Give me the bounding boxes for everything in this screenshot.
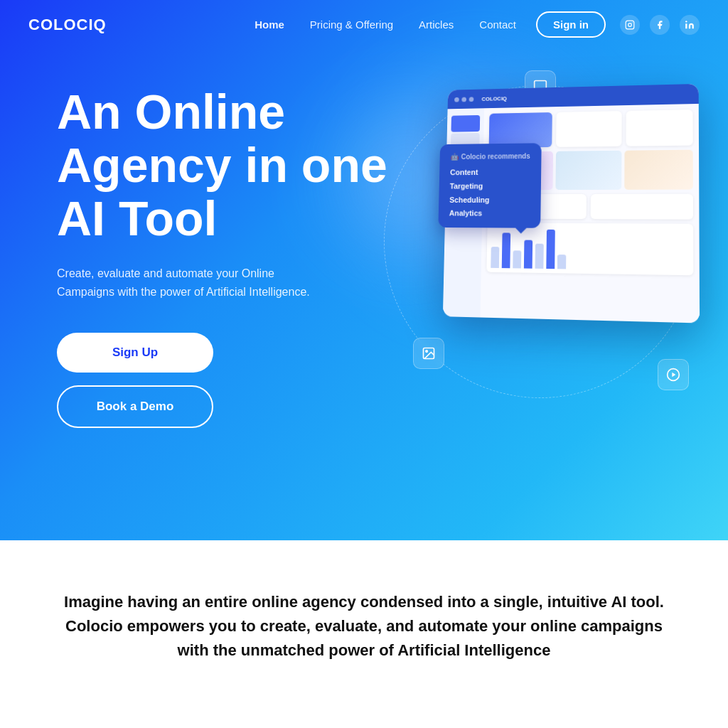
bar-5 <box>535 244 544 269</box>
instagram-icon[interactable] <box>620 15 640 35</box>
db-stats-row <box>489 109 693 148</box>
tooltip-item-targeting: Targeting <box>449 179 530 193</box>
tooltip-item-scheduling: Scheduling <box>449 193 530 208</box>
nav-contact[interactable]: Contact <box>479 18 516 31</box>
svg-point-9 <box>426 350 428 353</box>
db-dot-2 <box>461 97 466 102</box>
navbar: COLOCIQ Home Pricing & Offering Articles… <box>0 0 728 49</box>
ai-tooltip: 🤖 Colocio recommends Content Targeting S… <box>438 143 541 228</box>
db-stat-card-3 <box>626 109 693 146</box>
svg-rect-3 <box>685 23 687 28</box>
db-dot-3 <box>469 97 474 102</box>
svg-point-1 <box>628 23 632 26</box>
nav-pricing[interactable]: Pricing & Offering <box>310 18 393 31</box>
tooltip-item-content: Content <box>450 166 530 180</box>
tooltip-header: 🤖 Colocio recommends <box>450 150 530 164</box>
book-demo-button[interactable]: Book a Demo <box>57 385 213 428</box>
bar-7 <box>557 255 566 269</box>
bar-3 <box>513 250 521 268</box>
bar-1 <box>491 247 499 268</box>
bar-4 <box>524 240 532 269</box>
signup-button[interactable]: Sign Up <box>57 333 213 373</box>
svg-point-4 <box>685 21 687 22</box>
nav-articles[interactable]: Articles <box>419 18 454 31</box>
sidebar-item-1 <box>451 115 480 132</box>
svg-point-2 <box>632 22 633 23</box>
svg-marker-11 <box>672 373 675 378</box>
tooltip-arrow <box>515 228 527 234</box>
hero-subtitle: Create, evaluate and automate your Onlin… <box>57 264 313 301</box>
hero-title: An Online Agency in one AI Tool <box>57 85 398 245</box>
below-fold-text: Imagine having an entire online agency c… <box>57 590 671 663</box>
nav-links: Home Pricing & Offering Articles Contact <box>255 18 516 31</box>
robot-icon: 🤖 <box>450 151 459 163</box>
db-image-2 <box>555 151 622 190</box>
linkedin-icon[interactable] <box>680 15 700 35</box>
facebook-icon[interactable] <box>650 15 670 35</box>
dashboard-mockup-container: 🤖 Colocio recommends Content Targeting S… <box>443 84 700 323</box>
brand-logo[interactable]: COLOCIQ <box>28 16 107 34</box>
below-fold-section: Imagine having an entire online agency c… <box>0 540 728 698</box>
db-stat-card-2 <box>556 111 621 147</box>
db-image-3 <box>625 150 693 190</box>
hero-section: An Online Agency in one AI Tool Create, … <box>0 0 728 540</box>
tooltip-item-analytics: Analytics <box>449 207 530 221</box>
signin-button[interactable]: Sign in <box>536 11 606 38</box>
social-links <box>620 15 700 35</box>
svg-rect-0 <box>626 21 634 29</box>
orbit-icon-play <box>658 359 689 390</box>
nav-home[interactable]: Home <box>255 18 284 31</box>
db-dot-1 <box>454 97 459 102</box>
dashboard-brand: COLOCIQ <box>481 95 507 102</box>
hero-right: ✦ ✦ 🤖 Colocio recommends Content Targeti… <box>398 71 700 427</box>
db-mini-2 <box>590 194 693 220</box>
orbit-icon-image <box>413 338 444 369</box>
bar-2 <box>502 232 510 268</box>
bar-6 <box>546 230 555 269</box>
hero-left: An Online Agency in one AI Tool Create, … <box>57 71 398 428</box>
db-stat-card-1 <box>489 112 553 148</box>
